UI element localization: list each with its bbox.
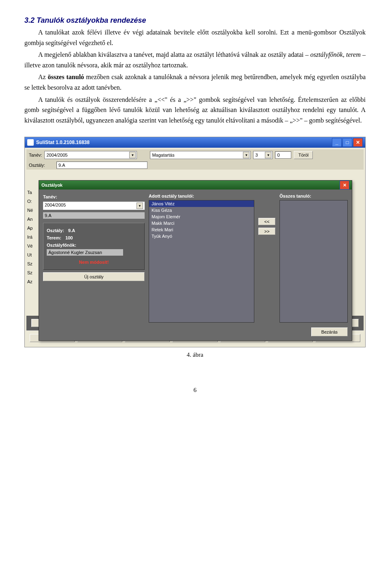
list-item[interactable]: Kiss Géza: [149, 207, 254, 213]
tanev-value: 2004/2005: [46, 153, 67, 157]
osztaly-label: Osztály:: [29, 163, 45, 168]
new-class-button[interactable]: Új osztály: [43, 272, 145, 281]
maximize-button[interactable]: □: [342, 138, 352, 147]
class-details-panel: Osztály: 9.A Terem: 100 Osztályfőnök: Ág…: [43, 223, 145, 270]
side-letter-column: Ta O: Né An Ap Irá Vé Ut Sz Sz Az: [27, 190, 33, 284]
list-item[interactable]: Makk Marci: [149, 220, 254, 226]
side-row: Ap: [27, 226, 33, 230]
modal-all-students-panel: Összes tanuló:: [280, 194, 348, 323]
tanev-select[interactable]: 2004/2005 ▼: [44, 151, 137, 159]
subject-select[interactable]: Magatartás ▼: [150, 151, 251, 159]
side-row: Irá: [27, 235, 33, 239]
classes-modal: Osztályok ✕ Tanév: 2004/2005 ▼ 9.A Oszt: [39, 180, 352, 341]
side-row: Az: [27, 279, 33, 284]
modal-left-panel: Tanév: 2004/2005 ▼ 9.A Osztály: 9.A: [43, 194, 145, 323]
subject-value: Magatartás: [152, 153, 174, 157]
move-right-button[interactable]: >>: [258, 228, 275, 235]
modal-tanev-label: Tanév:: [43, 194, 145, 199]
osztaly-lbl: Osztály:: [47, 228, 64, 233]
ofn-row: Osztályfőnök: Ágostonné Kugler Zsuzsan: [47, 243, 141, 256]
warning-text: Nem módosít!: [47, 260, 141, 265]
all-students-list[interactable]: [280, 200, 348, 323]
side-row: Ut: [27, 252, 33, 257]
screenshot-container: SuliStat 1.0.2108.16838 _ □ ✕ Tanév: 200…: [24, 137, 366, 347]
terem-val: 100: [65, 235, 73, 240]
side-row: Sz: [27, 270, 33, 275]
terem-row: Terem: 100: [47, 235, 141, 240]
side-row: Ta: [27, 190, 33, 195]
modal-class-select[interactable]: 9.A: [43, 212, 145, 219]
terem-lbl: Terem:: [47, 235, 61, 240]
chevron-down-icon: ▼: [265, 152, 271, 158]
side-row: Né: [27, 208, 33, 213]
osztaly-field[interactable]: 9.A: [56, 162, 147, 169]
side-row: O:: [27, 199, 33, 204]
section-heading: 3.2 Tanulók osztályokba rendezése: [24, 16, 366, 25]
modal-titlebar: Osztályok ✕: [39, 181, 352, 190]
p3-bold: összes tanuló: [48, 73, 84, 80]
num1-value: 3: [255, 153, 258, 157]
window-buttons: _ □ ✕: [332, 138, 363, 147]
osztaly-val: 9.A: [68, 228, 75, 233]
class-students-list[interactable]: János Vitéz Kiss Géza Majom Elemér Makk …: [149, 200, 254, 323]
side-row: Sz: [27, 261, 33, 266]
move-left-button[interactable]: <<: [258, 218, 275, 225]
ofn-lbl: Osztályfőnök:: [47, 243, 141, 248]
close-button[interactable]: ✕: [353, 138, 363, 147]
modal-body: Tanév: 2004/2005 ▼ 9.A Osztály: 9.A: [39, 190, 352, 325]
p3-text-a: Az: [38, 73, 48, 80]
osztaly-row: Osztály: 9.A: [47, 228, 141, 233]
app-icon: [27, 139, 34, 146]
p2-italic: osztályfőnök, terem: [310, 51, 361, 58]
modal-class-value: 9.A: [45, 213, 52, 218]
modal-close-button[interactable]: ✕: [340, 181, 349, 190]
modal-title: Osztályok: [41, 183, 63, 187]
app-titlebar: SuliStat 1.0.2108.16838 _ □ ✕: [25, 137, 365, 148]
list-item[interactable]: Majom Elemér: [149, 213, 254, 220]
page-number: 6: [24, 387, 366, 394]
paragraph-1: A tanulókat azok félévi illetve év végi …: [24, 27, 366, 48]
modal-tanev-select[interactable]: 2004/2005 ▼: [43, 202, 145, 210]
paragraph-3: Az összes tanuló mezőben csak azoknak a …: [24, 72, 366, 93]
osszes-label: Összes tanuló:: [280, 194, 348, 198]
transfer-buttons: << >>: [258, 218, 275, 323]
paragraph-2: A megjelenő ablakban kiválasztva a tanév…: [24, 50, 366, 70]
chevron-down-icon: ▼: [129, 152, 136, 158]
modal-close-btn[interactable]: Bezárás: [311, 327, 348, 336]
modal-footer: Bezárás: [39, 325, 352, 340]
list-item[interactable]: János Vitéz: [149, 200, 254, 207]
chevron-down-icon: ▼: [243, 152, 249, 158]
modal-tanev-value: 2004/2005: [45, 202, 66, 209]
num1-select[interactable]: 3 ▼: [253, 151, 273, 159]
p2-text-a: A megjelenő ablakban kiválasztva a tanév…: [38, 51, 310, 58]
app-title: SuliStat 1.0.2108.16838: [36, 140, 89, 145]
adott-label: Adott osztály tanulói:: [149, 194, 254, 198]
minimize-button[interactable]: _: [332, 138, 342, 147]
list-item[interactable]: Tyúk Anyó: [149, 233, 254, 239]
side-row: An: [27, 217, 33, 222]
figure-caption: 4. ábra: [24, 351, 366, 358]
app-body: Tanév: 2004/2005 ▼ Magatartás ▼ 3 ▼ 0 Tö…: [25, 148, 365, 347]
side-row: Vé: [27, 243, 33, 248]
delete-button[interactable]: Töröl: [294, 151, 313, 159]
chevron-down-icon: ▼: [136, 202, 143, 209]
num2-field[interactable]: 0: [275, 151, 291, 159]
list-item[interactable]: Retek Mari: [149, 226, 254, 233]
ofn-input[interactable]: Ágostonné Kugler Zsuzsan: [47, 249, 123, 256]
top-row-2: Osztály: 9.A: [26, 161, 364, 170]
top-row-1: Tanév: 2004/2005 ▼ Magatartás ▼ 3 ▼ 0 Tö…: [26, 149, 364, 161]
modal-students-panel: Adott osztály tanulói: János Vitéz Kiss …: [149, 194, 254, 323]
paragraph-4: A tanulók és osztályok összerendelésére …: [24, 95, 366, 126]
tanev-label: Tanév:: [29, 153, 42, 157]
